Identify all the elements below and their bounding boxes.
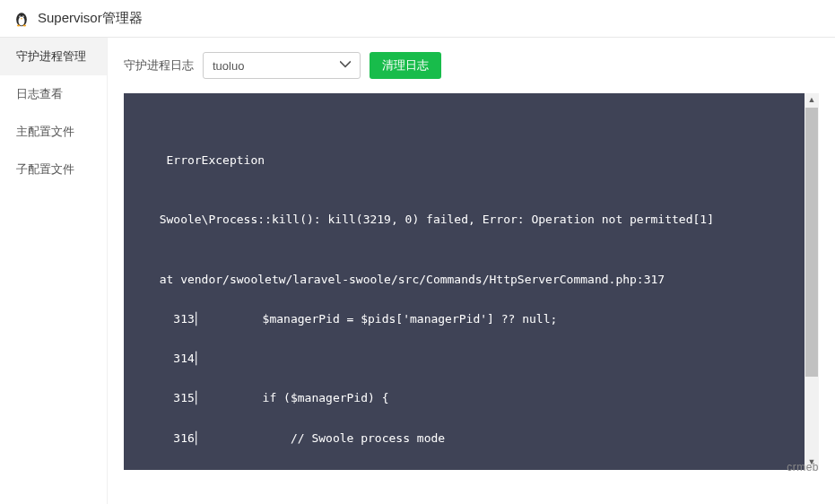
toolbar-label: 守护进程日志	[124, 57, 194, 74]
svg-point-6	[17, 24, 21, 26]
process-select[interactable]: tuoluo	[203, 52, 361, 79]
sidebar-item-sub-config[interactable]: 子配置文件	[0, 151, 107, 188]
watermark-logo: crmeb	[787, 461, 819, 474]
app-title: Supervisor管理器	[38, 10, 143, 27]
log-content[interactable]: ErrorException Swoole\Process::kill(): k…	[124, 93, 819, 470]
svg-point-4	[20, 16, 21, 17]
log-line-message: Swoole\Process::kill(): kill(3219, 0) fa…	[145, 210, 797, 230]
log-code-line: 316│ // Swoole process mode	[145, 429, 797, 448]
toolbar: 守护进程日志 tuoluo 清理日志	[124, 52, 819, 79]
app-header: Supervisor管理器	[0, 0, 835, 38]
log-code-line: 314│	[145, 349, 797, 369]
svg-point-5	[22, 16, 23, 17]
sidebar-item-log-view[interactable]: 日志查看	[0, 75, 107, 113]
log-panel: ErrorException Swoole\Process::kill(): k…	[124, 93, 819, 470]
log-code-line: 315│ if ($managerPid) {	[145, 388, 797, 408]
penguin-icon	[13, 10, 30, 28]
vertical-scrollbar[interactable]: ▲ ▼	[805, 93, 819, 470]
main-content: 守护进程日志 tuoluo 清理日志 ErrorException Swoole…	[108, 38, 835, 504]
log-code-line-current: ➜ 317│ return $masterPid && $managerPid …	[145, 468, 797, 470]
sidebar-item-process-manage[interactable]: 守护进程管理	[0, 38, 107, 75]
scroll-up-icon[interactable]: ▲	[805, 93, 819, 108]
log-code-line: 313│ $managerPid = $pids['managerPid'] ?…	[145, 309, 797, 329]
svg-point-1	[19, 16, 25, 25]
log-line-exception: ErrorException	[145, 151, 797, 170]
chevron-down-icon	[340, 59, 351, 73]
log-line-at: at vendor/swooletw/laravel-swoole/src/Co…	[145, 270, 797, 290]
select-value: tuoluo	[213, 59, 244, 73]
scrollbar-thumb[interactable]	[805, 108, 818, 377]
sidebar-item-main-config[interactable]: 主配置文件	[0, 113, 107, 151]
svg-point-7	[23, 24, 27, 26]
clear-log-button[interactable]: 清理日志	[370, 52, 441, 79]
sidebar: 守护进程管理 日志查看 主配置文件 子配置文件	[0, 38, 108, 504]
